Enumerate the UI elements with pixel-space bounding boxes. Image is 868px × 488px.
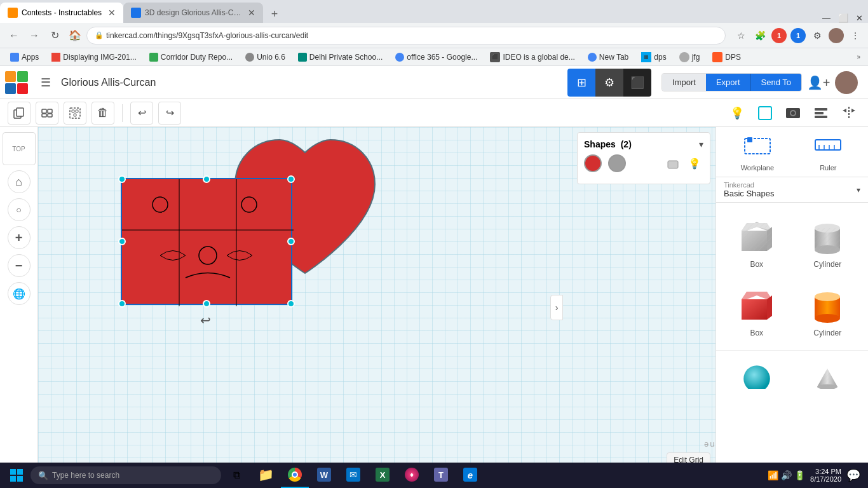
bookmarks-more-chevron[interactable]: » bbox=[854, 52, 863, 62]
jfg-favicon bbox=[679, 52, 689, 62]
workplane-tool[interactable]: Workplane bbox=[741, 132, 774, 172]
taskbar-clock[interactable]: 3:24 PM 8/17/2020 bbox=[810, 468, 841, 483]
volume-icon[interactable]: 🔊 bbox=[781, 470, 792, 480]
expand-handle[interactable]: › bbox=[550, 295, 563, 320]
bookmark-dps[interactable]: ▦ dps bbox=[636, 51, 671, 64]
bookmark-icon[interactable]: ☆ bbox=[733, 28, 749, 43]
network-icon[interactable]: 📶 bbox=[768, 470, 778, 480]
chrome-icon bbox=[288, 468, 302, 482]
mirror-button[interactable] bbox=[837, 102, 860, 125]
taskbar-teams[interactable]: T bbox=[427, 463, 455, 488]
extensions-icon[interactable]: 🧩 bbox=[752, 28, 768, 43]
shape-item-box-gray[interactable]: Box bbox=[721, 208, 792, 276]
task-view-button[interactable]: ⧉ bbox=[224, 463, 249, 488]
fit-view-button[interactable]: ○ bbox=[8, 198, 31, 221]
bookmark-office365[interactable]: office 365 - Google... bbox=[390, 51, 482, 63]
taskbar-edge[interactable]: e bbox=[456, 463, 484, 488]
view-shape-button[interactable] bbox=[754, 102, 776, 125]
align-button[interactable] bbox=[810, 102, 832, 125]
add-user-button[interactable]: 👤+ bbox=[804, 69, 832, 97]
tab-1[interactable]: Contests - Instructables ✕ bbox=[0, 3, 123, 23]
delete-button[interactable]: 🗑 bbox=[92, 102, 114, 125]
tab-2-close[interactable]: ✕ bbox=[248, 8, 255, 18]
user-avatar-browser[interactable] bbox=[829, 28, 844, 43]
undo-button[interactable]: ↩ bbox=[130, 102, 153, 125]
maximize-button[interactable]: ⬜ bbox=[838, 13, 848, 23]
rotate-handle[interactable]: ↩ bbox=[200, 313, 211, 328]
bookmark-jfg[interactable]: jfg bbox=[674, 51, 705, 64]
home-button[interactable]: 🏠 bbox=[66, 27, 84, 44]
svg-marker-41 bbox=[767, 227, 772, 251]
ruler-tool[interactable]: Ruler bbox=[813, 132, 843, 172]
settings-icon[interactable]: ⚙ bbox=[810, 28, 825, 43]
light-button[interactable]: 💡 bbox=[726, 102, 749, 125]
more-options-icon[interactable]: ⋮ bbox=[848, 28, 863, 43]
shape-item-cyl-gray[interactable]: Cylinder bbox=[792, 208, 864, 276]
tinkercad-logo[interactable] bbox=[0, 66, 33, 99]
import-button[interactable]: Import bbox=[662, 74, 706, 91]
taskbar-chrome[interactable] bbox=[281, 463, 309, 488]
globe-button[interactable]: 🌐 bbox=[8, 282, 31, 305]
tab-1-close[interactable]: ✕ bbox=[108, 8, 116, 18]
bookmark-corridor[interactable]: Corridor Duty Repo... bbox=[144, 51, 238, 63]
selected-shape[interactable] bbox=[121, 178, 292, 305]
menu-button[interactable]: ☰ bbox=[36, 72, 56, 93]
shapes-panel-collapse[interactable]: ▾ bbox=[699, 139, 703, 149]
shape-solid-button[interactable] bbox=[664, 154, 682, 172]
reload-button[interactable]: ↻ bbox=[46, 27, 64, 44]
svg-rect-2 bbox=[42, 109, 46, 113]
send-to-button[interactable]: Send To bbox=[750, 74, 801, 91]
workplane-icon bbox=[742, 132, 773, 161]
user-avatar[interactable] bbox=[835, 71, 858, 94]
shape-item-box-red[interactable]: Box bbox=[721, 276, 792, 345]
view-shape-icon bbox=[756, 104, 774, 122]
redo-button[interactable]: ↪ bbox=[158, 102, 181, 125]
camera-button[interactable] bbox=[782, 102, 804, 125]
taskbar-search-box[interactable]: 🔍 Type here to search bbox=[31, 466, 221, 484]
canvas-area[interactable]: ↩ Workplane Edit Grid Snap Grid 1.0 mm ▲ bbox=[38, 127, 715, 488]
tab-1-favicon bbox=[8, 8, 18, 18]
notification-icon[interactable]: 💬 bbox=[846, 468, 860, 482]
battery-icon[interactable]: 🔋 bbox=[794, 470, 805, 480]
group-button[interactable] bbox=[36, 102, 58, 125]
close-button[interactable]: ✕ bbox=[856, 13, 863, 23]
view-cube[interactable]: TOP bbox=[3, 132, 36, 165]
simulate-button[interactable]: ⬛ bbox=[623, 69, 651, 97]
zoom-in-button[interactable]: + bbox=[8, 226, 31, 249]
tab-2[interactable]: 3D design Glorious Allis-Curcan ✕ bbox=[123, 3, 263, 23]
build-button[interactable]: ⚙ bbox=[595, 69, 623, 97]
bookmark-gmail[interactable]: Displaying IMG-201... bbox=[46, 51, 141, 63]
taskbar-mail[interactable]: ✉ bbox=[339, 463, 367, 488]
shape-item-sphere[interactable] bbox=[721, 356, 792, 396]
grid-view-button[interactable]: ⊞ bbox=[567, 69, 595, 97]
shape-item-cyl-orange[interactable]: Cylinder bbox=[792, 276, 864, 345]
bookmark-newtab[interactable]: New Tab bbox=[583, 51, 634, 63]
bookmark-unio[interactable]: Unio 6.6 bbox=[240, 51, 290, 63]
bookmark-dps2[interactable]: DPS bbox=[707, 51, 746, 64]
new-tab-button[interactable]: + bbox=[266, 5, 283, 23]
bookmark-delhi[interactable]: Delhi Private Schoo... bbox=[293, 51, 388, 63]
bookmark-apps[interactable]: Apps bbox=[5, 51, 44, 63]
start-button[interactable] bbox=[3, 463, 31, 488]
home-view-button[interactable]: ⌂ bbox=[8, 170, 31, 193]
shape-item-cone[interactable] bbox=[792, 356, 864, 396]
taskbar-file-explorer[interactable]: 📁 bbox=[252, 463, 280, 488]
account-1-icon[interactable]: 1 bbox=[771, 28, 787, 43]
taskbar-word[interactable]: W bbox=[310, 463, 338, 488]
account-2-icon[interactable]: 1 bbox=[790, 28, 806, 43]
zoom-out-button[interactable]: − bbox=[8, 254, 31, 277]
bookmark-ideo[interactable]: ⬛ IDEO is a global de... bbox=[485, 51, 580, 64]
taskbar-custom-app[interactable]: ♦ bbox=[398, 463, 426, 488]
export-button[interactable]: Export bbox=[706, 74, 750, 91]
duplicate-button[interactable] bbox=[8, 102, 31, 125]
forward-button[interactable]: → bbox=[25, 27, 43, 44]
shape-library-chevron[interactable]: ▾ bbox=[857, 186, 860, 194]
color-swatch-red[interactable] bbox=[584, 154, 602, 172]
address-input[interactable]: 🔒 tinkercad.com/things/9XgsqT3sfxA-glori… bbox=[86, 27, 726, 44]
color-swatch-gray[interactable] bbox=[608, 154, 626, 172]
ungroup-button[interactable] bbox=[64, 102, 86, 125]
back-button[interactable]: ← bbox=[5, 27, 23, 44]
minimize-button[interactable]: — bbox=[822, 13, 831, 23]
shape-light-button[interactable]: 💡 bbox=[686, 154, 703, 172]
taskbar-excel[interactable]: X bbox=[369, 463, 397, 488]
